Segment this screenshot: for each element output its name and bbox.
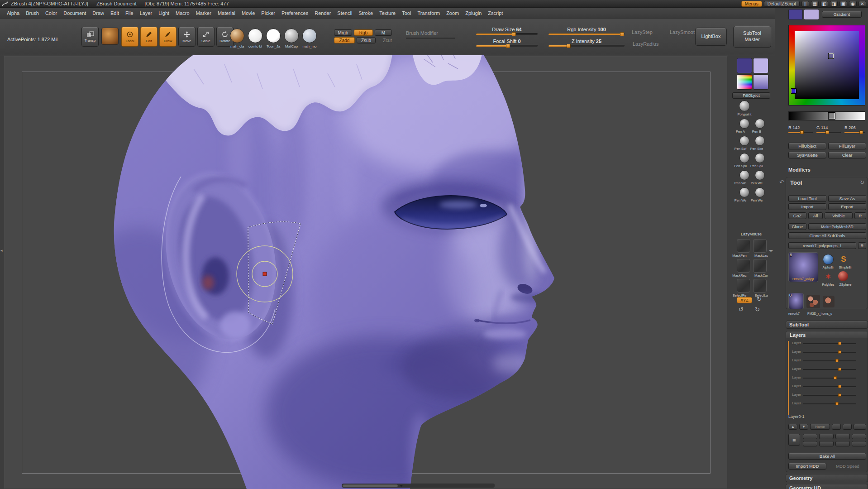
menu-brush[interactable]: Brush xyxy=(23,10,42,17)
layer-intensity-handle[interactable] xyxy=(838,385,841,388)
polypaint-brush-thumb[interactable] xyxy=(739,101,750,111)
goz-button[interactable]: GoZ xyxy=(788,212,806,219)
layer-icon-button[interactable] xyxy=(832,424,841,430)
material-thumb-mah-mo[interactable] xyxy=(302,29,317,43)
active-tool-button[interactable]: rework7_polygroups_1 xyxy=(788,242,856,249)
layer-name-button[interactable]: Name xyxy=(810,424,830,430)
lazystep-slider[interactable]: LazyStep xyxy=(632,29,653,35)
scale-button[interactable]: Scale xyxy=(197,27,215,47)
subtool-thumb-horns[interactable] xyxy=(806,295,820,308)
palette-hook-icon[interactable]: ↶ xyxy=(779,179,784,186)
mdd-speed-slider[interactable]: MDD Speed xyxy=(829,463,866,470)
menu-alpha[interactable]: Alpha xyxy=(4,10,23,17)
scrollbar-thumb[interactable] xyxy=(343,484,398,487)
clone-all-subtools-button[interactable]: Clone All SubTools xyxy=(788,232,866,239)
tool-refresh-icon[interactable]: ↻ xyxy=(860,179,864,186)
mrgb-button[interactable]: Mrgb xyxy=(334,29,352,36)
rotate-ccw-icon[interactable]: ↺ xyxy=(739,306,744,313)
layer-intensity-handle[interactable] xyxy=(835,359,839,362)
layer-record-button[interactable]: ▦ xyxy=(788,434,800,446)
menu-layer[interactable]: Layer xyxy=(137,10,156,17)
layer-icon-button[interactable] xyxy=(835,441,850,446)
make-polymesh3d-button[interactable]: Make PolyMesh3D xyxy=(808,223,866,230)
simplebrush-thumb[interactable]: S xyxy=(838,254,849,265)
menu-transform[interactable]: Transform xyxy=(414,10,443,17)
close-icon[interactable]: ✕ xyxy=(858,1,866,7)
import-mdd-button[interactable]: Import MDD xyxy=(788,463,826,470)
zsphere-thumb[interactable] xyxy=(838,271,848,281)
zcut-button[interactable]: Zcut xyxy=(378,37,396,43)
session-target-icon[interactable]: ◉ xyxy=(849,1,857,7)
load-tool-button[interactable]: Load Tool xyxy=(788,195,826,202)
layer-up-button[interactable]: ▲ xyxy=(788,424,797,430)
layer-row[interactable]: Layer xyxy=(792,375,801,379)
default-zscript-button[interactable]: DefaultZScript xyxy=(764,1,800,7)
m-button[interactable]: M xyxy=(375,29,392,36)
mini-color-picker[interactable] xyxy=(737,74,752,90)
current-texture-thumb[interactable] xyxy=(101,28,119,45)
masklasso-thumb[interactable] xyxy=(753,239,767,253)
menu-movie[interactable]: Movie xyxy=(238,10,258,17)
pen-a-thumb[interactable] xyxy=(739,119,749,129)
layer-down-button[interactable]: ▼ xyxy=(799,424,808,430)
layers-scroll-slider[interactable] xyxy=(788,341,789,415)
lazysmooth-slider[interactable]: LazySmooth xyxy=(670,29,697,35)
subtool-palette-header[interactable]: SubTool xyxy=(786,321,868,329)
polymesh-star-thumb[interactable]: ✶ xyxy=(823,271,834,282)
local-button[interactable]: Local xyxy=(121,27,138,47)
layer-icon-button[interactable] xyxy=(803,434,817,439)
selectrect-thumb[interactable] xyxy=(737,279,750,292)
pen-we-thumb[interactable] xyxy=(755,170,765,180)
right-tray-toggle[interactable]: ◂▸ xyxy=(769,248,773,253)
scrollbar-arrows-icon[interactable]: ◂▸ xyxy=(400,484,402,488)
fill-object-button[interactable]: FillObject xyxy=(732,92,770,99)
main-color-swatch[interactable] xyxy=(737,58,752,73)
layer-icon-button[interactable] xyxy=(803,441,817,446)
transp-button[interactable]: Transp xyxy=(81,27,99,47)
draw-size-slider[interactable]: Draw Size 64 xyxy=(476,27,538,35)
layer-row[interactable]: Layer xyxy=(792,350,801,354)
layer-icon-button[interactable] xyxy=(854,424,866,430)
pen-we-thumb[interactable] xyxy=(755,187,765,197)
lock-icon[interactable]: ▣ xyxy=(839,1,847,7)
pen-we-thumb[interactable] xyxy=(739,187,749,197)
layer-icon-button[interactable] xyxy=(819,434,834,439)
import-button[interactable]: Import xyxy=(788,203,826,210)
geometry-hd-palette-header[interactable]: Geometry HD xyxy=(786,484,868,489)
menu-draw[interactable]: Draw xyxy=(89,10,107,17)
menu-render[interactable]: Render xyxy=(311,10,334,17)
menu-preferences[interactable]: Preferences xyxy=(278,10,311,17)
r-button[interactable]: R xyxy=(854,212,866,219)
menu-macro[interactable]: Macro xyxy=(172,10,193,17)
pen-spil-thumb[interactable] xyxy=(739,153,749,163)
fill-layer-button[interactable]: FillLayer xyxy=(828,143,866,149)
menu-tool[interactable]: Tool xyxy=(399,10,414,17)
pen-we-thumb[interactable] xyxy=(739,170,749,180)
g-slider[interactable] xyxy=(816,132,841,133)
tool-palette-header[interactable]: Tool xyxy=(790,179,802,186)
layer-intensity-handle[interactable] xyxy=(838,368,841,371)
grid-icon[interactable]: ▦ xyxy=(811,1,819,7)
left-tray-toggle[interactable]: ◂ xyxy=(0,248,3,253)
layer-row[interactable]: Layer xyxy=(792,401,801,405)
grayscale-handle[interactable] xyxy=(829,113,835,119)
pen-ske-thumb[interactable] xyxy=(755,136,765,146)
material-thumb-matcap[interactable] xyxy=(284,29,299,43)
layer-intensity-handle[interactable] xyxy=(834,376,837,379)
layer-row[interactable]: Layer xyxy=(792,384,801,388)
menu-zplugin[interactable]: Zplugin xyxy=(462,10,485,17)
clone-button[interactable]: Clone xyxy=(788,223,806,230)
sys-palette-button[interactable]: SysPalette xyxy=(788,152,826,158)
layer-intensity-handle[interactable] xyxy=(835,402,839,405)
b-slider[interactable] xyxy=(844,132,865,133)
bake-all-button[interactable]: Bake All xyxy=(788,453,866,460)
menu-texture[interactable]: Texture xyxy=(376,10,399,17)
visible-button[interactable]: Visible xyxy=(825,212,853,219)
gradient-color-b-swatch[interactable] xyxy=(804,9,819,20)
maskpen-thumb[interactable] xyxy=(737,239,750,253)
maskcurve-thumb[interactable] xyxy=(753,259,767,273)
layer-intensity-handle[interactable] xyxy=(838,342,841,345)
clear-button[interactable]: Clear xyxy=(828,152,866,158)
menu-light[interactable]: Light xyxy=(155,10,172,17)
menu-material[interactable]: Material xyxy=(215,10,238,17)
